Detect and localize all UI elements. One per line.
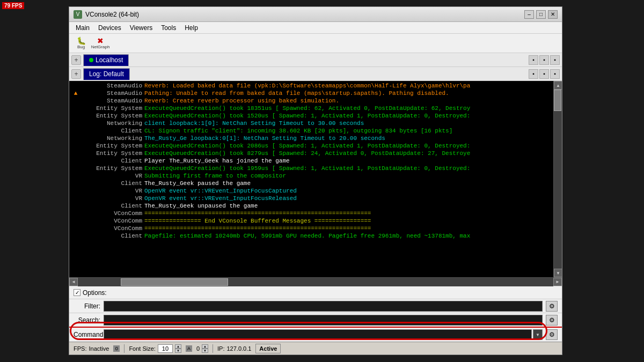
filter-gear-button[interactable]: ⚙ — [546, 301, 558, 312]
log-row-1: ▲SteamAudioPathing: Unable to read from … — [71, 90, 551, 97]
menu-bar: Main Devices Viewers Tools Help — [69, 22, 562, 34]
log-row-source-6: Client — [80, 127, 144, 135]
log-row-icon-14 — [71, 187, 80, 195]
close-button[interactable]: ✕ — [548, 10, 558, 19]
scroll-value: 0 — [196, 345, 200, 352]
search-gear-button[interactable]: ⚙ — [546, 315, 558, 326]
log-ctrl-1[interactable]: ▪ — [529, 69, 538, 79]
options-bar: ✓ Options: — [69, 286, 562, 299]
tab-controls: ▪ ▪ ▪ — [529, 55, 560, 65]
command-dropdown-button[interactable]: ▼ — [533, 329, 543, 340]
menu-viewers[interactable]: Viewers — [126, 23, 157, 33]
options-checkbox[interactable]: ✓ — [74, 289, 80, 296]
font-icon: A — [186, 345, 192, 352]
app-icon: V — [74, 10, 82, 19]
command-input[interactable] — [104, 329, 532, 340]
font-size-up[interactable]: ▲ — [175, 344, 181, 349]
fps-counter: 79 FPS — [2, 2, 24, 9]
search-row: Search: ⚙ — [69, 313, 562, 327]
log-row-12: VRSubmitting first frame to the composit… — [71, 172, 551, 180]
vertical-scrollbar[interactable]: ▲ ▼ — [553, 81, 562, 277]
main-window: V VConsole2 (64-bit) – □ ✕ Main Devices … — [69, 6, 562, 355]
horizontal-scrollbar[interactable]: ◄ ► — [69, 277, 562, 286]
log-ctrl-2[interactable]: ▪ — [539, 69, 549, 79]
minimize-button[interactable]: – — [524, 10, 534, 19]
log-row-icon-4 — [71, 112, 80, 120]
menu-devices[interactable]: Devices — [94, 23, 126, 33]
log-row-msg-18: ================ End VConsole Buffered M… — [144, 217, 551, 225]
scroll-up-button[interactable]: ▲ — [554, 81, 562, 90]
log-row-source-10: Client — [80, 157, 144, 165]
log-row-msg-0: Reverb: Loaded baked data file (vpk:D:\S… — [144, 82, 551, 90]
tab-ctrl-3[interactable]: ▪ — [550, 55, 560, 65]
menu-help[interactable]: Help — [180, 23, 202, 33]
add-log-button[interactable]: + — [71, 69, 81, 79]
bug-button[interactable]: 🐛 Bug — [72, 36, 90, 51]
log-row-msg-15: OpenVR event vr::VREvent_InputFocusRelea… — [144, 195, 551, 202]
log-row-source-11: Entity System — [80, 165, 144, 172]
h-scroll-track[interactable] — [78, 278, 553, 286]
scroll-down-button[interactable]: ▼ — [554, 269, 562, 277]
scroll-up-status[interactable]: ▲ — [202, 344, 208, 349]
scroll-down-status[interactable]: ▼ — [202, 349, 208, 353]
log-row-16: ClientThe_Rusty_Geek unpaused the game — [71, 202, 551, 210]
scroll-spinner: ▲ ▼ — [202, 344, 208, 353]
fps-label: FPS: — [74, 345, 86, 352]
log-row-source-3: Entity System — [80, 105, 144, 112]
log-row-source-13: Client — [80, 180, 144, 187]
log-tab-label: Log: Default — [89, 70, 124, 78]
scroll-thumb[interactable] — [554, 90, 561, 111]
add-connection-button[interactable]: + — [71, 55, 81, 65]
log-row-icon-19 — [71, 225, 80, 232]
log-tab-bar: + Log: Default ▪ ▪ ▪ — [69, 67, 562, 81]
log-row-icon-2 — [71, 97, 80, 105]
font-size-input[interactable] — [158, 344, 173, 353]
log-row-10: ClientPlayer The_Rusty_Geek has joined t… — [71, 157, 551, 165]
scroll-right-button[interactable]: ► — [553, 278, 562, 286]
localhost-tab-label: Localhost — [96, 56, 123, 64]
active-badge: Active — [255, 344, 281, 353]
font-size-section: Font Size: ▲ ▼ — [129, 344, 181, 353]
command-gear-button[interactable]: ⚙ — [546, 329, 558, 340]
log-row-icon-6 — [71, 127, 80, 135]
log-row-13: ClientThe_Rusty_Geek paused the game — [71, 180, 551, 187]
scroll-left-button[interactable]: ◄ — [69, 278, 78, 286]
log-row-msg-11: ExecuteQueuedCreation() took 1959us [ Sp… — [144, 165, 551, 172]
log-row-2: SteamAudioReverb: Create reverb processo… — [71, 97, 551, 105]
localhost-tab[interactable]: Localhost — [83, 54, 129, 66]
log-ctrl-3[interactable]: ▪ — [550, 69, 560, 79]
search-input[interactable] — [104, 315, 543, 326]
netgraph-button[interactable]: ✖ NetGraph — [92, 36, 109, 51]
log-row-icon-7 — [71, 135, 80, 142]
log-tab-controls: ▪ ▪ ▪ — [529, 69, 560, 79]
menu-tools[interactable]: Tools — [157, 23, 180, 33]
log-row-9: Entity SystemExecuteQueuedCreation() too… — [71, 150, 551, 157]
title-bar: V VConsole2 (64-bit) – □ ✕ — [69, 7, 562, 22]
font-size-spinner: ▲ ▼ — [175, 344, 181, 353]
h-scroll-thumb[interactable] — [121, 278, 228, 286]
log-row-18: VConComm================ End VConsole Bu… — [71, 217, 551, 225]
filter-input[interactable] — [104, 301, 543, 312]
log-row-icon-17 — [71, 210, 80, 217]
title-bar-left: V VConsole2 (64-bit) — [74, 10, 139, 19]
log-row-7: NetworkingThe_Rusty_Ge loopback:0[1]: Ne… — [71, 135, 551, 142]
log-row-msg-13: The_Rusty_Geek paused the game — [144, 180, 551, 187]
log-row-icon-13 — [71, 180, 80, 187]
log-row-source-0: SteamAudio — [80, 82, 144, 90]
log-row-source-19: VConComm — [80, 225, 144, 232]
menu-main[interactable]: Main — [71, 23, 94, 33]
scroll-track[interactable] — [554, 90, 562, 269]
filter-row: Filter: ⚙ — [69, 299, 562, 313]
tab-ctrl-2[interactable]: ▪ — [539, 55, 549, 65]
font-size-down[interactable]: ▼ — [175, 349, 181, 353]
log-row-msg-9: ExecuteQueuedCreation() took 8279us [ Sp… — [144, 150, 551, 157]
maximize-button[interactable]: □ — [536, 10, 546, 19]
log-content[interactable]: SteamAudioReverb: Loaded baked data file… — [69, 81, 553, 277]
tab-ctrl-1[interactable]: ▪ — [529, 55, 538, 65]
log-default-tab[interactable]: Log: Default — [83, 68, 130, 80]
fps-icon: 0 — [113, 345, 120, 352]
log-row-msg-8: ExecuteQueuedCreation() took 2086us [ Sp… — [144, 142, 551, 150]
log-row-source-7: Networking — [80, 135, 144, 142]
log-row-6: ClientCL: Signon traffic "client": incom… — [71, 127, 551, 135]
log-row-msg-1: Pathing: Unable to read from baked data … — [144, 90, 551, 97]
